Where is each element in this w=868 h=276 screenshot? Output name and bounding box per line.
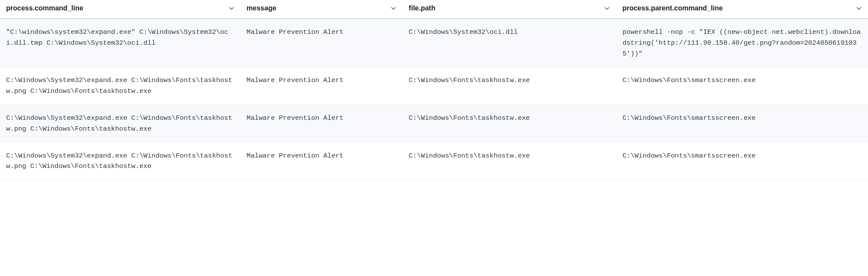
cell-message: Malware Prevention Alert <box>241 67 403 105</box>
table-row[interactable]: C:\Windows\System32\expand.exe C:\Window… <box>0 67 868 105</box>
cell-file-path: C:\Windows\Fonts\taskhostw.exe <box>403 67 616 105</box>
data-table: process.command_line message file.path <box>0 0 868 180</box>
column-header-label: process.parent.command_line <box>622 4 723 12</box>
table-row[interactable]: C:\Windows\System32\expand.exe C:\Window… <box>0 105 868 142</box>
table-header-row: process.command_line message file.path <box>0 0 868 19</box>
cell-process-parent-command-line: C:\Windows\Fonts\smartsscreen.exe <box>616 67 868 105</box>
table-row[interactable]: "C:\windows\system32\expand.exe" C:\Wind… <box>0 19 868 67</box>
cell-file-path: C:\Windows\Fonts\taskhostw.exe <box>403 105 616 142</box>
chevron-down-icon[interactable] <box>228 5 234 11</box>
cell-process-command-line: C:\Windows\System32\expand.exe C:\Window… <box>0 142 241 180</box>
table-body: "C:\windows\system32\expand.exe" C:\Wind… <box>0 19 868 180</box>
cell-process-parent-command-line: powershell -nop -c "IEX ((new-object net… <box>616 19 868 67</box>
cell-process-command-line: "C:\windows\system32\expand.exe" C:\Wind… <box>0 19 241 67</box>
column-header-message[interactable]: message <box>241 0 403 19</box>
cell-message: Malware Prevention Alert <box>241 105 403 142</box>
column-header-label: process.command_line <box>6 4 83 12</box>
column-header-label: file.path <box>409 4 435 12</box>
chevron-down-icon[interactable] <box>856 5 862 11</box>
cell-process-command-line: C:\Windows\System32\expand.exe C:\Window… <box>0 105 241 142</box>
column-header-label: message <box>247 4 277 12</box>
cell-process-parent-command-line: C:\Windows\Fonts\smartsscreen.exe <box>616 142 868 180</box>
chevron-down-icon[interactable] <box>604 5 610 11</box>
cell-process-parent-command-line: C:\Windows\Fonts\smartsscreen.exe <box>616 105 868 142</box>
cell-message: Malware Prevention Alert <box>241 142 403 180</box>
cell-file-path: C:\Windows\Fonts\taskhostw.exe <box>403 142 616 180</box>
column-header-process-command-line[interactable]: process.command_line <box>0 0 241 19</box>
table-row[interactable]: C:\Windows\System32\expand.exe C:\Window… <box>0 142 868 180</box>
cell-message: Malware Prevention Alert <box>241 19 403 67</box>
chevron-down-icon[interactable] <box>390 5 396 11</box>
column-header-process-parent-command-line[interactable]: process.parent.command_line <box>616 0 868 19</box>
column-header-file-path[interactable]: file.path <box>403 0 616 19</box>
cell-process-command-line: C:\Windows\System32\expand.exe C:\Window… <box>0 67 241 105</box>
cell-file-path: C:\Windows\System32\oci.dll <box>403 19 616 67</box>
